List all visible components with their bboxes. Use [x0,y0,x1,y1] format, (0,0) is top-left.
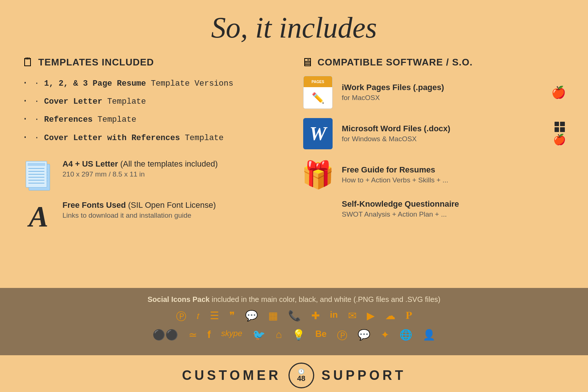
word-item: W Microsoft Word Files (.docx) for Windo… [301,117,566,150]
font-desc: Links to download it and installation gu… [62,211,216,220]
footer-badge: 🕐 48 [288,363,314,388]
font-a-icon: A [24,202,53,232]
compat-icon: 🖥 [301,56,313,69]
social-bold-text: Social Icons Pack [147,295,209,303]
pages-icon-top: PAGES [304,76,332,87]
social-bar: Social Icons Pack included in the main c… [0,288,588,355]
templates-header-text: TEMPLATES INCLUDED [38,57,154,68]
right-column: 🖥 COMPATIBLE SOFTWARE / S.O. PAGES ✏️ iW… [301,56,566,288]
iwork-desc: for MacOSX [342,94,544,102]
guide-icon-box: 🎁 [301,158,334,191]
a4-icon-box [22,159,55,192]
iwork-title: iWork Pages Files (.pages) [342,83,544,92]
page-front [26,161,47,188]
page-line [28,180,44,181]
gift-icon: 🎁 [301,159,334,190]
page-line [28,168,44,169]
guide-title: Free Guide for Resumes [342,165,566,175]
header-title: So, it includes [0,11,588,44]
templates-icon: 🗒 [22,56,34,69]
social-icon-linkedin: in [330,310,338,324]
footer: CUSTOMER 🕐 48 SUPPORT [0,355,588,392]
windows-icon [555,122,565,132]
social-icon-globe: 🌐 [399,329,412,343]
main-container: So, it includes 🗒 TEMPLATES INCLUDED · 1… [0,0,588,392]
social-icon-quote: ❞ [229,310,235,324]
social-icon-pinterest2: 𝐏 [406,310,412,324]
social-icon-vimeo: Ⓟ [176,310,186,324]
guide-item: 🎁 Free Guide for Resumes How to + Action… [301,158,566,191]
social-icon-wordpress: ✦ [381,329,389,343]
apple-icon: 🍎 [551,85,566,99]
win-q3 [555,127,559,132]
page-line [28,171,44,172]
social-icon-rss: ≃ [189,329,197,343]
font-title: Free Fonts Used (SIL Open Font License) [62,200,216,210]
word-title: Microsoft Word Files (.docx) [342,124,546,133]
font-feature-text: Free Fonts Used (SIL Open Font License) … [62,200,216,220]
font-icon-box: A [22,200,55,234]
footer-right-text: SUPPORT [322,368,406,383]
list-item: · Cover Letter with References Template [22,130,287,145]
iwork-os-icons: 🍎 [551,85,566,99]
footer-clock-icon: 🕐 [298,368,304,374]
social-icons-row-1: Ⓟ 𝑡 ☰ ❞ 💬 ▦ 📞 ✚ in ✉ ▶ ☁ 𝐏 [22,310,566,324]
word-icon-box: W [301,117,334,150]
page-line [28,183,44,183]
iwork-icon-box: PAGES ✏️ [301,76,334,109]
compat-header-text: COMPATIBLE SOFTWARE / S.O. [318,57,473,68]
win-q1 [555,122,559,126]
word-text: Microsoft Word Files (.docx) for Windows… [342,124,546,143]
a4-feature: A4 + US Letter (All the templates includ… [22,159,287,192]
left-column: 🗒 TEMPLATES INCLUDED · 1, 2, & 3 Page Re… [22,56,287,288]
iwork-pages-icon: PAGES ✏️ [303,76,333,109]
page-line [28,174,44,175]
social-icon-home: ⌂ [276,329,282,343]
social-icon-whatsapp: 💬 [358,329,370,343]
footer-badge-num: 48 [297,374,305,383]
iwork-text: iWork Pages Files (.pages) for MacOSX [342,83,544,102]
content-area: 🗒 TEMPLATES INCLUDED · 1, 2, & 3 Page Re… [0,52,588,288]
font-feature: A Free Fonts Used (SIL Open Font License… [22,200,287,234]
a4-title: A4 + US Letter (All the templates includ… [62,159,218,169]
list-item: · References Template [22,112,287,126]
selfknowledge-desc: SWOT Analysis + Action Plan + ... [342,210,566,218]
page-header-bar [28,163,45,166]
win-q2 [560,122,565,126]
list-item: · 1, 2, & 3 Page Resume Template Version… [22,76,287,90]
word-os-icons: 🍎 [553,122,566,146]
a4-icon [22,159,55,192]
social-icon-pinterest: ☰ [210,310,219,324]
selfknowledge-title: Self-Knowledge Questionnaire [342,199,566,209]
social-icon-behance: Be [315,329,327,343]
page-line [28,177,44,178]
social-icon-skype: skype [221,329,242,343]
footer-left-text: CUSTOMER [182,368,281,383]
social-icon-cloud: ☁ [385,310,395,324]
social-icon-email: ✉ [348,310,356,324]
social-icons-row-2: ⚫⚫ ≃ f skype 🐦 ⌂ 💡 Be Ⓟ 💬 ✦ 🌐 👤 [22,329,566,343]
a4-feature-text: A4 + US Letter (All the templates includ… [62,159,218,178]
word-w-letter: W [309,123,326,145]
guide-text: Free Guide for Resumes How to + Action V… [342,165,566,184]
selfknowledge-item: Self-Knowledge Questionnaire SWOT Analys… [301,199,566,218]
social-icon-circles: ⚫⚫ [153,329,178,343]
apple-icon-2: 🍎 [553,133,566,146]
pages-label: PAGES [312,80,324,84]
selfknowledge-text: Self-Knowledge Questionnaire SWOT Analys… [342,199,566,218]
social-icon-gplus: ✚ [311,310,320,324]
social-icon-youtube: ▶ [367,310,375,324]
pages-stack [26,161,51,190]
social-normal-text: included in the main color, black, and w… [212,295,441,303]
win-q4 [560,127,565,132]
social-icon-twitter: 🐦 [252,329,265,343]
social-icon-facebook: f [207,329,211,343]
social-icon-user: 👤 [423,329,435,343]
word-icon: W [303,118,333,149]
social-icon-instagram: ▦ [268,310,278,324]
pages-icon-body: ✏️ [304,87,332,108]
iwork-item: PAGES ✏️ iWork Pages Files (.pages) for … [301,76,566,109]
templates-list: · 1, 2, & 3 Page Resume Template Version… [22,76,287,148]
social-icon-bulb: 💡 [292,329,305,343]
compat-section-header: 🖥 COMPATIBLE SOFTWARE / S.O. [301,56,566,69]
